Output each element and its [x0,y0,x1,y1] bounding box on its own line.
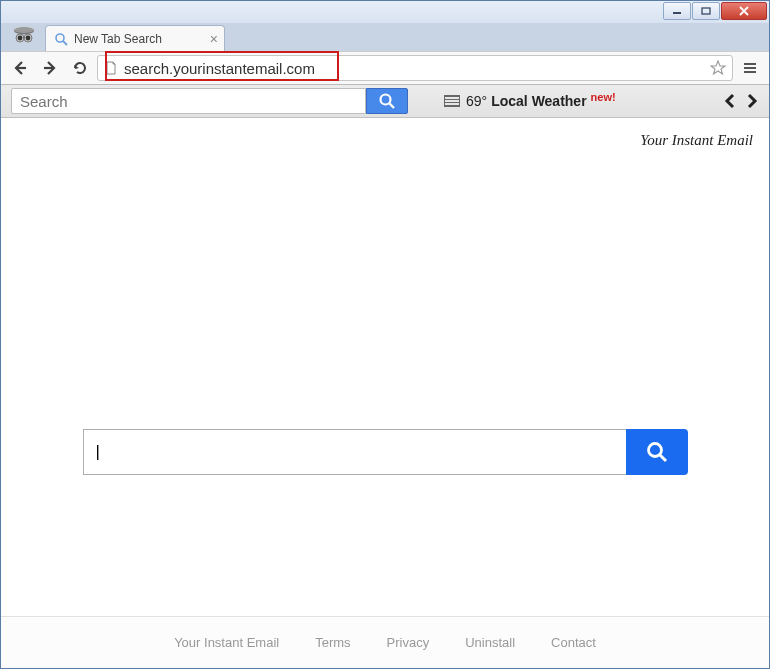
toolbar-search-button[interactable] [366,88,408,114]
main-search-input[interactable] [83,429,626,475]
extension-toolbar: 69° Local Weather new! [1,85,769,118]
svg-point-18 [648,444,661,457]
toolbar-prev-button[interactable] [723,93,737,109]
reload-button[interactable] [67,55,93,81]
footer-terms-link[interactable]: Terms [315,635,350,650]
main-search [83,429,688,475]
url-text: search.yourinstantemail.com [124,60,315,77]
close-button[interactable] [721,2,767,20]
footer-uninstall-link[interactable]: Uninstall [465,635,515,650]
svg-line-10 [63,41,67,45]
address-bar[interactable]: search.yourinstantemail.com [97,55,733,81]
weather-icon [444,95,460,107]
footer-privacy-link[interactable]: Privacy [387,635,430,650]
new-badge: new! [591,91,616,103]
forward-button[interactable] [37,55,63,81]
svg-point-16 [381,95,391,105]
minimize-button[interactable] [663,2,691,20]
svg-rect-0 [673,12,681,14]
menu-button[interactable] [737,55,763,81]
page-brand: Your Instant Email [1,118,769,149]
toolbar-next-button[interactable] [745,93,759,109]
svg-point-7 [26,36,31,41]
weather-widget[interactable]: 69° Local Weather new! [444,93,616,109]
browser-tab[interactable]: New Tab Search × [45,25,225,51]
svg-rect-1 [702,8,710,14]
footer-brand-link[interactable]: Your Instant Email [174,635,279,650]
tab-title: New Tab Search [74,32,162,46]
close-tab-icon[interactable]: × [210,32,218,46]
svg-point-6 [18,36,23,41]
toolbar-search-input[interactable] [12,93,365,110]
page-content: Your Instant Email Your Instant Email Te… [1,118,769,668]
incognito-icon [9,23,39,49]
weather-temp: 69° [466,93,487,109]
toolbar-pager [723,93,759,109]
bookmark-star-icon[interactable] [710,60,726,76]
footer-contact-link[interactable]: Contact [551,635,596,650]
svg-point-9 [56,34,64,42]
svg-rect-8 [23,37,25,38]
maximize-button[interactable] [692,2,720,20]
svg-point-3 [14,27,34,33]
back-button[interactable] [7,55,33,81]
page-footer: Your Instant Email Terms Privacy Uninsta… [1,616,769,668]
weather-label: Local Weather [491,93,586,109]
svg-line-19 [660,455,666,461]
main-search-button[interactable] [626,429,688,475]
svg-line-17 [390,104,395,109]
page-icon [104,61,118,75]
tab-strip: New Tab Search × [1,23,769,51]
toolbar-search-box[interactable] [11,88,366,114]
window-titlebar [1,1,769,25]
magnifier-icon [54,32,68,46]
browser-toolbar: search.yourinstantemail.com [1,51,769,85]
